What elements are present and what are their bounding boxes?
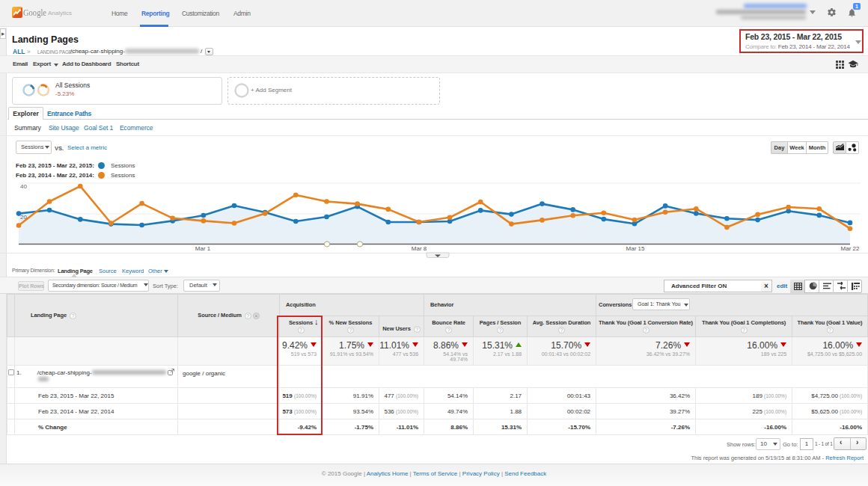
svg-text:Mar 1: Mar 1 (195, 245, 211, 252)
svg-text:Mar 15: Mar 15 (626, 245, 645, 252)
svg-text:20: 20 (20, 214, 27, 221)
svg-text:40: 40 (20, 183, 27, 190)
svg-text:Mar 8: Mar 8 (412, 245, 427, 252)
svg-text:Mar 22: Mar 22 (841, 245, 860, 252)
